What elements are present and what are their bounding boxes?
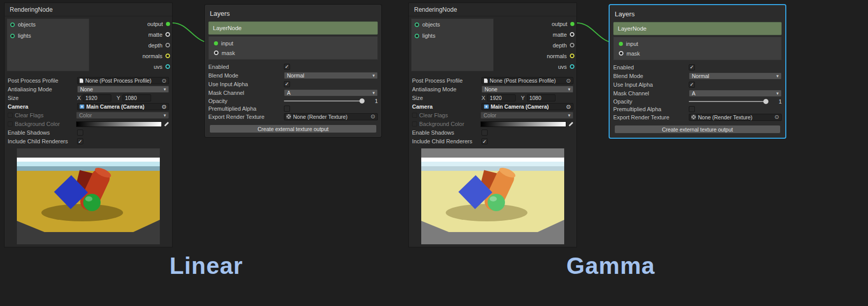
- size-x-input[interactable]: 1920: [487, 94, 516, 101]
- clear-flags-dropdown[interactable]: Color ▾: [76, 112, 169, 119]
- layers-panel[interactable]: Layers LayerNode input mask Enabled ✓ Bl…: [204, 4, 382, 138]
- background-color-checkbox[interactable]: [8, 121, 13, 126]
- port-objects[interactable]: objects: [412, 19, 493, 30]
- port-dot: [415, 34, 419, 38]
- size-x-label: X: [77, 95, 81, 101]
- camera-field[interactable]: Main Camera (Camera) ⊙: [481, 103, 573, 110]
- rendering-node-panel[interactable]: RenderingNode objects lights output ma: [408, 3, 577, 247]
- property-row: Mask Channel A ▾: [613, 89, 782, 97]
- port-output[interactable]: output: [90, 18, 172, 29]
- clear-flags-dropdown[interactable]: Color ▾: [480, 112, 573, 119]
- chevron-down-icon: ▾: [163, 87, 166, 92]
- port-lights[interactable]: lights: [7, 30, 89, 41]
- port-normals[interactable]: normals: [495, 50, 576, 61]
- port-mask[interactable]: mask: [616, 48, 779, 58]
- opacity-slider[interactable]: 1: [284, 98, 378, 104]
- port-depth[interactable]: depth: [495, 40, 576, 50]
- port-lights[interactable]: lights: [412, 30, 493, 41]
- port-mask[interactable]: mask: [211, 48, 375, 58]
- antialiasing-mode-dropdown[interactable]: None ▾: [77, 86, 169, 93]
- object-picker-icon[interactable]: ⊙: [566, 104, 571, 110]
- layers-panel[interactable]: Layers LayerNode input mask Enabled ✓ Bl…: [609, 4, 786, 139]
- property-label: Enable Shadows: [412, 130, 481, 136]
- background-color-checkbox[interactable]: [412, 121, 417, 126]
- color-swatch[interactable]: [480, 121, 566, 127]
- port-uvs[interactable]: uvs: [495, 61, 576, 72]
- background-color-field[interactable]: [480, 121, 573, 127]
- layer-node-header[interactable]: LayerNode: [208, 21, 378, 35]
- property-row: Use Input Alpha ✓: [208, 80, 378, 88]
- eyedropper-icon[interactable]: [164, 122, 169, 126]
- port-matte[interactable]: matte: [90, 29, 172, 40]
- property-label: Size: [8, 95, 77, 101]
- slider-handle[interactable]: [359, 98, 365, 104]
- post-process-profile-field[interactable]: None (Post Process Profile) ⊙: [77, 77, 169, 84]
- slider-track[interactable]: [284, 100, 360, 101]
- port-objects[interactable]: objects: [7, 19, 89, 30]
- create-external-texture-button[interactable]: Create external texture output: [209, 124, 377, 133]
- enabled-checkbox[interactable]: ✓: [689, 64, 695, 70]
- scene-sphere: [488, 194, 505, 211]
- property-label: Post Process Profile: [412, 78, 481, 84]
- port-output[interactable]: output: [495, 18, 576, 29]
- create-external-texture-button[interactable]: Create external texture output: [614, 125, 781, 134]
- property-label: Enabled: [613, 64, 689, 70]
- include-child-renderers-checkbox[interactable]: ✓: [481, 138, 488, 144]
- enabled-checkbox[interactable]: ✓: [284, 64, 290, 70]
- slider-handle[interactable]: [763, 99, 768, 104]
- antialiasing-mode-dropdown[interactable]: None ▾: [481, 86, 573, 93]
- premultiplied-alpha-checkbox[interactable]: [689, 106, 695, 112]
- scene-sky: [421, 166, 564, 171]
- port-normals[interactable]: normals: [90, 50, 172, 61]
- panel-title: Layers: [208, 8, 378, 21]
- object-picker-icon[interactable]: ⊙: [162, 78, 166, 84]
- port-dot: [619, 42, 623, 46]
- include-child-renderers-checkbox[interactable]: ✓: [77, 138, 83, 144]
- property-row: Clear Flags Color ▾: [412, 111, 573, 119]
- blend-mode-dropdown[interactable]: Normal ▾: [284, 72, 378, 79]
- port-dot: [166, 22, 170, 26]
- color-swatch[interactable]: [76, 121, 162, 127]
- port-input[interactable]: input: [616, 39, 779, 48]
- use-input-alpha-checkbox[interactable]: ✓: [689, 82, 695, 88]
- port-matte[interactable]: matte: [495, 29, 576, 40]
- object-picker-icon[interactable]: ⊙: [775, 114, 779, 120]
- port-uvs[interactable]: uvs: [90, 61, 172, 72]
- rendering-node-panel[interactable]: RenderingNode objects lights output ma: [4, 3, 173, 247]
- camera-field[interactable]: Main Camera (Camera) ⊙: [77, 103, 169, 110]
- object-picker-icon[interactable]: ⊙: [566, 78, 571, 84]
- enable-shadows-checkbox[interactable]: [481, 130, 488, 136]
- enable-shadows-checkbox[interactable]: [77, 130, 83, 136]
- size-x-input[interactable]: 1920: [83, 94, 111, 101]
- mask-channel-dropdown[interactable]: A ▾: [284, 89, 378, 96]
- post-process-profile-field[interactable]: None (Post Process Profile) ⊙: [481, 77, 573, 84]
- premultiplied-alpha-checkbox[interactable]: [284, 106, 290, 112]
- size-y-input[interactable]: 1080: [527, 94, 556, 101]
- render-texture-icon: [691, 115, 696, 119]
- port-depth[interactable]: depth: [90, 40, 172, 50]
- port-input[interactable]: input: [211, 38, 375, 48]
- port-label: input: [626, 41, 638, 47]
- use-input-alpha-checkbox[interactable]: ✓: [284, 81, 290, 87]
- render-preview-image: [17, 148, 160, 244]
- chevron-down-icon: ▾: [568, 113, 570, 118]
- export-render-texture-field[interactable]: None (Render Texture) ⊙: [689, 114, 782, 121]
- object-picker-icon[interactable]: ⊙: [371, 114, 375, 119]
- clear-flags-checkbox[interactable]: [8, 113, 13, 118]
- mask-channel-dropdown[interactable]: A ▾: [689, 90, 782, 97]
- eyedropper-icon[interactable]: [569, 122, 573, 126]
- slider-track[interactable]: [689, 101, 764, 102]
- layer-node-header[interactable]: LayerNode: [613, 22, 782, 35]
- export-render-texture-field[interactable]: None (Render Texture) ⊙: [284, 113, 378, 120]
- opacity-slider[interactable]: 1: [689, 98, 782, 105]
- object-picker-icon[interactable]: ⊙: [162, 104, 166, 110]
- port-dot: [10, 22, 15, 27]
- size-y-input[interactable]: 1080: [123, 94, 151, 101]
- property-row: Camera Main Camera (Camera) ⊙: [8, 103, 169, 111]
- property-label: Enabled: [208, 64, 284, 70]
- blend-mode-dropdown[interactable]: Normal ▾: [689, 72, 782, 80]
- background-color-field[interactable]: [76, 121, 169, 127]
- node-ports: objects lights output matte depth: [5, 16, 172, 73]
- clear-flags-checkbox[interactable]: [412, 113, 417, 118]
- property-row: Enable Shadows: [8, 129, 169, 137]
